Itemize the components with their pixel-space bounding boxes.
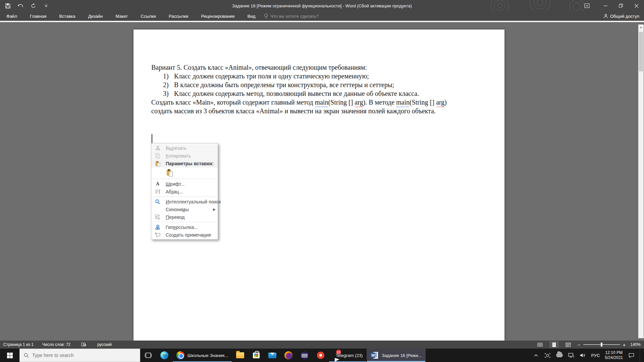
doc-list-item: 2) В классе должны быть определены три к… [163,80,486,89]
ribbon-tab-row: Файл Главная Вставка Дизайн Макет Ссылки… [0,11,644,21]
status-bar: Страница 1 из 1 Число слов: 72 русский − [0,341,644,349]
clock[interactable]: 12:10 PM 5/24/2021 [605,350,623,360]
search-icon [24,353,29,358]
chrome-task-label: Школьные Знания... [187,353,228,358]
menu-item-copy: Копировать [151,152,218,160]
edge-taskbar-icon[interactable] [156,349,172,362]
ribbon-display-options-icon[interactable] [580,0,594,11]
start-button[interactable] [0,349,19,362]
language-indicator[interactable]: русский [97,342,112,347]
hidden-icons-chevron[interactable] [533,349,539,362]
proofing-errors-icon[interactable] [79,341,89,348]
zoom-level[interactable]: 140% [630,342,641,347]
menu-item-synonyms[interactable]: Синонимы ▶ [151,205,218,213]
title-bar: Задание 16 [Режим ограниченной функциона… [0,0,644,11]
paste-icon [154,161,161,167]
document-canvas: Вариант 5. Создать класс «Animal», отвеч… [0,22,644,341]
taskbar: Школьные Знания... 23 Telegram (23) W За… [0,349,644,362]
menu-separator [152,222,217,222]
tab-design[interactable]: Дизайн [82,11,109,21]
office-icon[interactable] [313,349,329,362]
network-icon[interactable] [568,349,575,362]
windows-logo-icon [7,353,13,358]
telegram-task-button[interactable]: 23 Telegram (23) [329,349,367,362]
tab-home[interactable]: Главная [23,11,53,21]
eclipse-icon[interactable] [297,349,313,362]
chrome-task-button[interactable]: Школьные Знания... [172,349,232,362]
action-center-icon[interactable] [628,349,635,362]
zoom-track[interactable] [583,344,620,345]
save-icon[interactable] [3,1,12,10]
svg-text:а: а [156,216,157,218]
menu-separator [152,179,217,179]
minimize-button[interactable] [598,0,613,11]
person-icon [603,14,608,18]
file-explorer-icon[interactable] [232,349,248,362]
word-count[interactable]: Число слов: 72 [42,342,70,347]
menu-item-font[interactable]: А Шрифт... [151,180,218,188]
context-menu: Вырезать Копировать Параметры вставки: А… [151,143,218,240]
tab-references[interactable]: Ссылки [134,11,162,21]
menu-item-new-comment[interactable]: Создать примечание [151,231,218,239]
show-desktop-button[interactable] [640,349,641,362]
paragraph-icon [154,188,161,195]
screen-clip-icon[interactable] [544,349,551,362]
zoom-in-button[interactable]: + [623,342,626,348]
scissors-icon [154,145,161,151]
mail-icon[interactable] [264,349,280,362]
translate-icon: а [154,214,161,220]
tab-insert[interactable]: Вставка [53,11,82,21]
quick-access-toolbar [3,0,50,11]
doc-paragraph: создать массив из 3 объектов класса «Ani… [151,107,486,115]
chrome-icon [176,351,184,359]
menu-item-paragraph[interactable]: Абзац... [151,188,218,195]
volume-icon[interactable] [580,349,586,362]
task-view-button[interactable] [140,349,156,362]
tab-file[interactable]: Файл [0,11,23,21]
restore-button[interactable] [613,0,629,11]
language-switcher[interactable]: РУС [591,353,600,358]
taskbar-search[interactable] [19,349,140,362]
web-layout-icon[interactable] [564,341,573,348]
tab-review[interactable]: Рецензирование [195,11,241,21]
undo-icon[interactable] [16,1,25,10]
tell-me-box[interactable]: Что вы хотите сделать? [264,14,319,19]
task-view-icon [145,352,152,358]
menu-item-smart-lookup[interactable]: Интеллектуальный поиск [151,198,218,205]
zoom-out-button[interactable]: − [578,342,581,348]
doc-paragraph: Создать класс «Main», который содержит г… [151,98,486,107]
doc-paragraph: Вариант 5. Создать класс «Animal», отвеч… [151,63,486,72]
lightbulb-icon [264,14,268,19]
document-text: Вариант 5. Создать класс «Animal», отвеч… [151,63,486,115]
close-button[interactable] [629,0,644,11]
menu-item-cut: Вырезать [151,144,218,152]
tab-layout[interactable]: Макет [109,11,134,21]
system-tray: РУС 12:10 PM 5/24/2021 [533,349,644,362]
word-task-label: Задание 16 [Режи... [382,353,422,358]
repeat-icon[interactable] [29,1,38,10]
vertical-scrollbar[interactable]: ▲ [638,24,644,338]
search-input[interactable] [32,353,129,358]
scrollbar-thumb[interactable] [639,32,643,71]
print-layout-icon[interactable] [549,341,559,348]
status-right: − + 140% [535,341,644,348]
keep-text-only-icon[interactable] [165,168,174,177]
scroll-up-icon[interactable]: ▲ [638,24,644,30]
tab-view[interactable]: Вид [241,11,262,21]
menu-item-translate[interactable]: а Перевод [151,213,218,221]
firefox-icon[interactable] [280,349,297,362]
customize-qat-icon[interactable] [42,1,50,10]
read-mode-icon[interactable] [535,341,545,348]
page-indicator[interactable]: Страница 1 из 1 [3,342,34,347]
microsoft-store-icon[interactable] [248,349,264,362]
share-button[interactable]: Общий доступ [603,14,639,19]
text-cursor [152,134,152,143]
hyperlink-icon [154,224,161,230]
doc-list-item: 3) Класс должен содержать метод, позволя… [163,89,486,98]
word-task-button[interactable]: W Задание 16 [Режи... [367,349,426,362]
word-icon: W [371,352,379,359]
zoom-thumb[interactable] [601,343,602,347]
onedrive-cloud-icon[interactable] [556,349,563,362]
tab-mailings[interactable]: Рассылки [162,11,195,21]
menu-item-hyperlink[interactable]: Гиперссылка... [151,223,218,231]
